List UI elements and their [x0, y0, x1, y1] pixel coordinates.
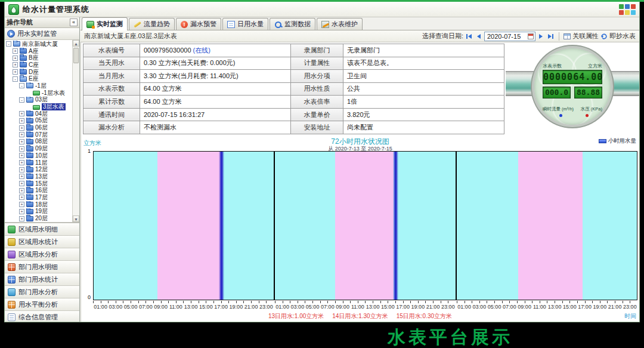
- tree-item-label: 05层: [35, 118, 48, 125]
- tree-item-label: 16层: [35, 187, 48, 194]
- field-value-text: 0.30 立方米(当天耗费: 0.000元): [144, 59, 235, 66]
- tree-item[interactable]: +05层: [5, 118, 72, 125]
- next-date-button[interactable]: [537, 32, 545, 40]
- expand-icon[interactable]: +: [19, 181, 24, 186]
- calendar-button[interactable]: [527, 32, 535, 41]
- expand-icon[interactable]: +: [19, 153, 24, 158]
- expand-icon[interactable]: +: [19, 111, 24, 116]
- tree-item[interactable]: +13层: [5, 173, 72, 180]
- x-tick-label: 05:00: [306, 304, 320, 310]
- tree-item[interactable]: +D座: [5, 69, 72, 76]
- sidebar-item-balance[interactable]: 用水平衡分析: [5, 298, 79, 310]
- tab-monitor[interactable]: 实时监测: [82, 17, 128, 30]
- folder-icon: [20, 62, 27, 67]
- tree-item[interactable]: -E座: [5, 75, 72, 82]
- y-axis-label: 立方米: [83, 139, 101, 147]
- expand-icon[interactable]: +: [19, 202, 24, 207]
- pressure-indicator-dot: [586, 114, 589, 117]
- tab-trend[interactable]: 流量趋势: [129, 18, 175, 30]
- axis-ticks: [457, 301, 637, 303]
- scroll-down-icon[interactable]: ▼: [73, 215, 79, 222]
- expand-icon[interactable]: +: [13, 69, 18, 75]
- tree-item[interactable]: -南京新城大厦: [5, 41, 72, 48]
- collapse-icon[interactable]: -: [19, 97, 24, 103]
- tree-item[interactable]: +15层: [5, 180, 72, 187]
- tab-alert[interactable]: 漏水预警: [176, 18, 221, 30]
- folder-icon: [13, 41, 20, 47]
- expand-icon[interactable]: +: [19, 167, 24, 173]
- tree-item[interactable]: +16层: [5, 187, 72, 194]
- tree-item[interactable]: +20层: [5, 215, 72, 222]
- expand-icon[interactable]: +: [19, 209, 24, 214]
- sidebar-item-realtime-monitor[interactable]: 用水实时监管: [5, 28, 79, 40]
- tree-item[interactable]: -03层: [5, 97, 72, 104]
- expand-icon[interactable]: +: [19, 174, 24, 179]
- tree-item-label: 15层: [35, 180, 48, 187]
- tree-item[interactable]: +04层: [5, 110, 72, 118]
- toolbar: 南京新城大厦.E座.03层.3层水表 选择查询日期: 关联属性: [80, 30, 639, 42]
- sidebar-item-region-stats[interactable]: 区域用水统计: [5, 235, 79, 248]
- tree-item[interactable]: +11层: [5, 159, 72, 167]
- expand-icon[interactable]: +: [19, 118, 24, 124]
- tree-item[interactable]: +A座: [5, 48, 72, 55]
- tree-item[interactable]: +B座: [5, 54, 72, 61]
- work-hours-band: [157, 152, 221, 300]
- prev-date-button[interactable]: [475, 32, 482, 40]
- sidebar-item-region-analysis[interactable]: 区域用水分析: [5, 248, 79, 260]
- x-tick-label: 23:00: [441, 304, 455, 310]
- tree-item[interactable]: +19层: [5, 208, 72, 215]
- expand-icon[interactable]: +: [19, 188, 24, 193]
- sidebar-item-info[interactable]: 综合信息管理: [5, 310, 79, 322]
- tree-item[interactable]: +07层: [5, 131, 72, 138]
- collapse-icon[interactable]: -: [6, 41, 11, 47]
- tree-item[interactable]: +08层: [5, 138, 72, 146]
- linked-attributes-button[interactable]: 关联属性: [564, 32, 599, 41]
- sidebar-item-label: 部门用水统计: [18, 275, 58, 284]
- expand-icon[interactable]: +: [13, 48, 18, 54]
- tree-item[interactable]: -1层水表: [5, 90, 72, 97]
- sidebar-item-dept-detail[interactable]: 部门用水明细: [5, 260, 79, 273]
- tree-item[interactable]: +18层: [5, 201, 72, 208]
- tab-calendar[interactable]: 日用水量: [222, 18, 268, 30]
- tab-label: 流量趋势: [144, 20, 170, 29]
- scroll-up-icon[interactable]: ▲: [73, 40, 79, 47]
- x-tick-label: 07:00: [503, 304, 516, 310]
- expand-icon[interactable]: +: [19, 139, 24, 144]
- sidebar-item-dept-stats[interactable]: 部门用水统计: [5, 273, 79, 285]
- expand-icon[interactable]: +: [19, 216, 24, 221]
- tab-maintain[interactable]: 水表维护: [317, 18, 363, 30]
- last-date-button[interactable]: [547, 32, 555, 40]
- collapse-icon[interactable]: -: [13, 76, 18, 82]
- sidebar-item-dept-analysis[interactable]: 部门用水分析: [5, 285, 79, 298]
- expand-icon[interactable]: +: [19, 125, 24, 131]
- tree-item[interactable]: --1层: [5, 82, 72, 90]
- tree-item[interactable]: +10层: [5, 152, 72, 159]
- dial-bottom-labels: 瞬时流量 (m³/h) 水压 (KPa): [543, 106, 602, 112]
- expand-icon[interactable]: +: [13, 56, 18, 61]
- sidebar-item-region-detail[interactable]: 区域用水明细: [5, 223, 79, 235]
- tab-label: 监测数据: [284, 20, 311, 29]
- first-date-button[interactable]: [465, 32, 473, 40]
- grid-icon[interactable]: [619, 4, 636, 15]
- tree-item[interactable]: +17层: [5, 194, 72, 201]
- scrollbar-thumb[interactable]: [73, 48, 79, 63]
- tree-item[interactable]: +06层: [5, 124, 72, 131]
- tree-item[interactable]: +09层: [5, 145, 72, 152]
- tree-scrollbar[interactable]: ▲ ▼: [72, 40, 79, 222]
- tree-item[interactable]: +12层: [5, 166, 72, 173]
- collapse-icon[interactable]: -: [19, 83, 24, 88]
- x-tick-label: 05:00: [488, 304, 501, 310]
- tree-item[interactable]: 3层水表: [5, 103, 72, 110]
- expand-icon[interactable]: +: [19, 132, 24, 137]
- expand-icon[interactable]: +: [13, 62, 18, 67]
- expand-icon[interactable]: +: [19, 195, 24, 200]
- tab-data[interactable]: 监测数据: [270, 18, 315, 30]
- field-label: 用水分项: [291, 70, 343, 83]
- folder-icon: [26, 195, 33, 200]
- sidebar-collapse-button[interactable]: «: [70, 19, 78, 26]
- expand-icon[interactable]: +: [19, 160, 24, 165]
- sidebar-item-label: 区域用水分析: [18, 250, 58, 259]
- read-meter-now-button[interactable]: 即抄水表: [600, 32, 636, 41]
- expand-icon[interactable]: +: [19, 146, 24, 152]
- tree-item[interactable]: +C座: [5, 61, 72, 69]
